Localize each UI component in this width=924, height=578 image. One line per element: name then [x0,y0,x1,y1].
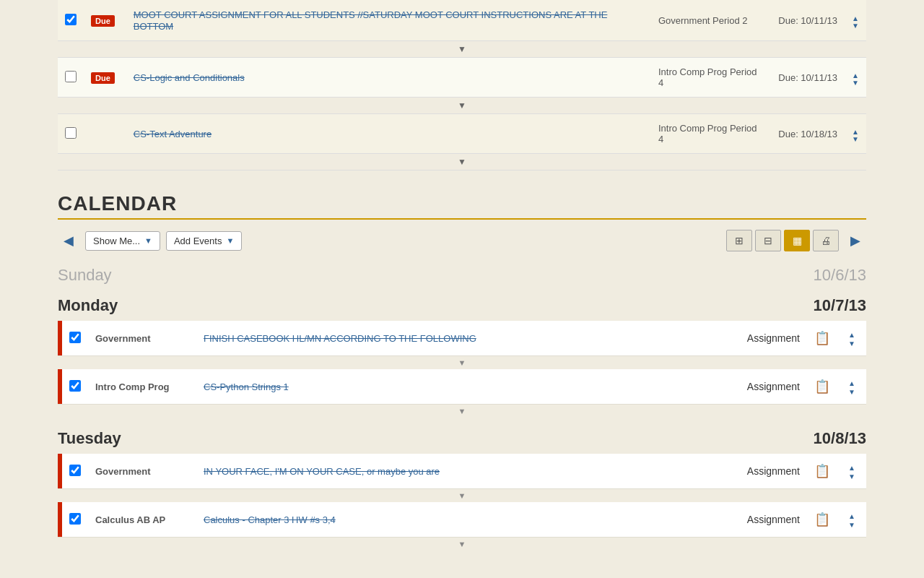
cal-expand-row[interactable]: ▼ [58,489,866,503]
cal-spinner-cell: ▲▼ [837,502,866,538]
spinner-cell: ▲▼ [845,114,866,154]
class-name-cell: Intro Comp Prog Period 4 [651,58,771,98]
view-icon-day[interactable]: ▦ [784,230,810,251]
calendar-day: Tuesday10/8/13 Government IN YOUR FACE, … [58,429,866,551]
add-events-arrow-icon: ▼ [226,236,234,245]
cal-check-cell [62,454,88,489]
cal-type-cell: Assignment [720,502,807,538]
checkbox-cell [58,0,84,41]
cal-class-name: Intro Comp Prog [88,369,196,405]
top-assignments-table: Due MOOT COURT ASSIGNMENT FOR ALL STUDEN… [58,0,866,171]
class-name-cell: Intro Comp Prog Period 4 [651,114,771,154]
calendar-day: Monday10/7/13 Government FINISH CASEBOOK… [58,296,866,418]
cal-event-checkbox[interactable] [69,513,81,525]
title-cell: CS-Logic and Conditionals [126,58,651,98]
spinner-cell: ▲▼ [845,58,866,98]
calendar-day: Sunday10/6/13 [58,266,866,285]
checkbox-cell [58,114,84,154]
cal-title-cell: IN YOUR FACE, I'M ON YOUR CASE, or maybe… [196,454,720,489]
cal-type-cell: Assignment [720,369,807,405]
day-name: Sunday [58,266,112,285]
cal-icon-cell: 📋 [807,321,837,356]
cal-check-cell [62,369,88,405]
cal-event-checkbox[interactable] [69,465,81,476]
cal-spinner-cell: ▲▼ [837,321,866,356]
cal-events-table: Government FINISH CASEBOOK HL/MN ACCORDI… [58,321,866,418]
expand-toggle[interactable]: ▼ [58,41,866,58]
cal-assignment-link[interactable]: Calculus - Chapter 3 HW #s 3,4 [204,514,336,525]
cal-expand-toggle[interactable]: ▼ [58,489,866,503]
assignment-spinner[interactable]: ▲▼ [852,72,859,87]
cal-event-spinner[interactable]: ▲▼ [848,331,855,348]
calendar-days-container: Sunday10/6/13Monday10/7/13 Government FI… [58,266,866,551]
calendar-section: CALENDAR ◀ Show Me... ▼ Add Events ▼ ⊞ ⊟… [58,192,866,551]
show-me-dropdown[interactable]: Show Me... ▼ [85,231,160,251]
cal-class-name: Government [88,454,196,489]
badge-cell: Due [84,58,126,98]
assignment-link[interactable]: CS-Text Adventure [134,129,212,139]
document-icon: 📋 [814,331,830,345]
cal-expand-toggle[interactable]: ▼ [58,405,866,418]
assignment-spinner[interactable]: ▲▼ [852,129,859,143]
view-icon-month[interactable]: ⊞ [726,230,752,251]
cal-event-row: Intro Comp Prog CS-Python Strings 1 Assi… [58,369,866,405]
assignment-checkbox[interactable] [65,127,77,139]
assignment-checkbox[interactable] [65,14,77,25]
day-header: Monday10/7/13 [58,296,866,315]
cal-expand-toggle[interactable]: ▼ [58,356,866,370]
class-name-cell: Government Period 2 [651,0,771,41]
top-assignment-row: CS-Text Adventure Intro Comp Prog Period… [58,114,866,154]
checkbox-cell [58,58,84,98]
cal-event-row: Government IN YOUR FACE, I'M ON YOUR CAS… [58,454,866,489]
cal-check-cell [62,321,88,356]
cal-expand-toggle[interactable]: ▼ [58,538,866,551]
due-date-cell: Due: 10/11/13 [771,0,845,41]
expand-toggle[interactable]: ▼ [58,98,866,114]
document-icon: 📋 [814,512,830,527]
expand-toggle[interactable]: ▼ [58,154,866,171]
cal-expand-row[interactable]: ▼ [58,538,866,551]
cal-event-spinner[interactable]: ▲▼ [848,512,855,530]
cal-spinner-cell: ▲▼ [837,454,866,489]
cal-events-table: Government IN YOUR FACE, I'M ON YOUR CAS… [58,454,866,551]
cal-assignment-link[interactable]: CS-Python Strings 1 [204,381,289,392]
expand-row[interactable]: ▼ [58,41,866,58]
calendar-next-button[interactable]: ▶ [845,230,866,251]
show-me-arrow-icon: ▼ [144,236,152,245]
calendar-prev-button[interactable]: ◀ [58,230,79,251]
cal-title-cell: Calculus - Chapter 3 HW #s 3,4 [196,502,720,538]
expand-row[interactable]: ▼ [58,98,866,114]
assignment-checkbox[interactable] [65,71,77,82]
cal-type-cell: Assignment [720,454,807,489]
cal-expand-row[interactable]: ▼ [58,405,866,418]
cal-assignment-link[interactable]: FINISH CASEBOOK HL/MN ACCORDING TO THE F… [204,333,476,344]
show-me-label: Show Me... [93,236,140,246]
due-badge: Due [91,72,115,84]
day-header: Tuesday10/8/13 [58,429,866,448]
assignment-link[interactable]: CS-Logic and Conditionals [134,72,245,83]
cal-event-checkbox[interactable] [69,332,81,343]
view-icon-week[interactable]: ⊟ [755,230,781,251]
add-events-dropdown[interactable]: Add Events ▼ [166,231,242,251]
calendar-title: CALENDAR [58,192,866,220]
cal-event-checkbox[interactable] [69,380,81,392]
cal-event-spinner[interactable]: ▲▼ [848,464,855,481]
due-badge: Due [91,15,115,27]
cal-assignment-link[interactable]: IN YOUR FACE, I'M ON YOUR CASE, or maybe… [204,466,440,477]
day-header: Sunday10/6/13 [58,266,866,285]
view-icon-print[interactable]: 🖨 [813,230,839,251]
cal-icon-cell: 📋 [807,369,837,405]
cal-spinner-cell: ▲▼ [837,369,866,405]
cal-icon-cell: 📋 [807,454,837,489]
expand-row[interactable]: ▼ [58,154,866,171]
top-assignment-row: Due CS-Logic and Conditionals Intro Comp… [58,58,866,98]
cal-class-name: Calculus AB AP [88,502,196,538]
title-cell: CS-Text Adventure [126,114,651,154]
assignment-spinner[interactable]: ▲▼ [852,15,859,30]
cal-expand-row[interactable]: ▼ [58,356,866,370]
assignment-link[interactable]: MOOT COURT ASSIGNMENT FOR ALL STUDENTS /… [134,9,608,32]
top-assignment-row: Due MOOT COURT ASSIGNMENT FOR ALL STUDEN… [58,0,866,41]
calendar-view-icons: ⊞ ⊟ ▦ 🖨 [726,230,839,251]
cal-type-cell: Assignment [720,321,807,356]
cal-event-spinner[interactable]: ▲▼ [848,379,855,397]
